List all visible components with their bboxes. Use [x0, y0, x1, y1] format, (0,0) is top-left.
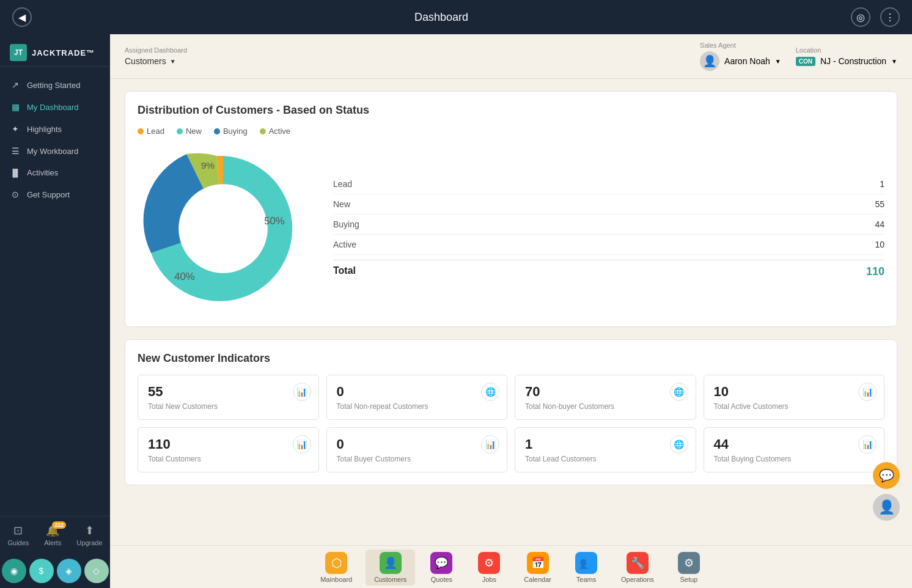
indicator-icon-nonbuyer: 🌐 — [670, 383, 688, 401]
chat-button[interactable]: 💬 — [873, 462, 900, 489]
chart-card-title: Distribution of Customers - Based on Sta… — [138, 104, 884, 117]
indicator-value-buying: 44 — [714, 436, 875, 452]
sidebar-logo: JT JACKTRADE™ — [0, 34, 110, 67]
agent-section: Sales Agent 👤 Aaron Noah ▼ — [700, 42, 781, 71]
dashboard-value: Customers — [125, 56, 166, 66]
donut-chart: 50% 40% 9% — [138, 143, 309, 314]
back-button[interactable]: ◀ — [12, 7, 32, 27]
sidebar-icon-4[interactable]: ◇ — [84, 559, 109, 583]
nav-label-teams: Teams — [576, 576, 596, 583]
agent-selector[interactable]: 👤 Aaron Noah ▼ — [700, 51, 781, 71]
compass-icon: ◎ — [856, 12, 865, 23]
nav-label-calendar: Calendar — [524, 576, 551, 583]
nav-calendar[interactable]: 📅 Calendar — [515, 549, 560, 586]
chart-data-table: Lead 1 New 55 Buying 44 Active — [333, 174, 884, 283]
top-bar-left: ◀ — [12, 7, 32, 27]
nav-operations[interactable]: 🔧 Operations — [612, 549, 663, 586]
nav-icon-mainboard: ⬡ — [325, 552, 347, 574]
alerts-badge: 222 — [52, 521, 66, 529]
indicator-value-buyer: 0 — [337, 436, 498, 452]
sidebar: JT JACKTRADE™ ↗ Getting Started ▦ My Das… — [0, 34, 110, 588]
sidebar-icon-2[interactable]: $ — [29, 559, 54, 583]
legend-label-lead: Lead — [147, 127, 164, 136]
agent-avatar-placeholder: 👤 — [703, 54, 716, 68]
sidebar-icon-1[interactable]: ◉ — [2, 559, 26, 583]
nav-icon-operations: 🔧 — [627, 552, 649, 574]
indicator-active-customers: 10 Total Active Customers 📊 — [704, 375, 885, 420]
legend-dot-lead — [138, 128, 144, 134]
mainboard-icon: ⬡ — [331, 556, 342, 570]
indicator-label-buyer: Total Buyer Customers — [337, 455, 498, 463]
nav-icon-setup: ⚙ — [678, 552, 700, 574]
dashboard-selector[interactable]: Customers ▼ — [125, 56, 187, 66]
sidebar-icon-1-glyph: ◉ — [10, 566, 18, 576]
alerts-label: Alerts — [44, 539, 61, 546]
distribution-chart-card: Distribution of Customers - Based on Sta… — [125, 91, 897, 327]
legend-buying: Buying — [214, 127, 248, 136]
nav-setup[interactable]: ⚙ Setup — [667, 549, 710, 586]
nav-icon-jobs: ⚙ — [478, 552, 500, 574]
scrollable-content: Distribution of Customers - Based on Sta… — [110, 79, 912, 545]
indicators-title: New Customer Indicators — [138, 352, 884, 365]
chat-icon: 💬 — [879, 468, 894, 483]
menu-button[interactable]: ⋮ — [880, 7, 900, 27]
nav-jobs[interactable]: ⚙ Jobs — [468, 549, 510, 586]
content-area: Assigned Dashboard Customers ▼ Sales Age… — [110, 34, 912, 588]
data-row-active: Active 10 — [333, 235, 884, 255]
location-section: Location CON NJ - Construction ▼ — [796, 46, 897, 66]
sub-header-right: Sales Agent 👤 Aaron Noah ▼ Location CON … — [700, 42, 897, 71]
user-avatar-button[interactable]: 👤 — [873, 494, 900, 521]
sidebar-icon-3[interactable]: ◈ — [57, 559, 81, 583]
nav-label-setup: Setup — [680, 576, 697, 583]
sidebar-guides[interactable]: ⊡ Guides — [7, 524, 29, 546]
indicator-value-new: 55 — [148, 384, 309, 400]
indicator-label-lead: Total Lead Customers — [525, 455, 686, 463]
indicator-icon-total: 📊 — [293, 435, 311, 454]
sidebar-item-getting-started[interactable]: ↗ Getting Started — [0, 74, 110, 96]
label-lead: Lead — [333, 179, 352, 189]
setup-icon: ⚙ — [684, 556, 694, 570]
calendar-icon: 📅 — [531, 556, 545, 570]
sidebar-upgrade[interactable]: ⬆ Upgrade — [76, 524, 102, 546]
guides-label: Guides — [7, 539, 29, 546]
sidebar-nav: ↗ Getting Started ▦ My Dashboard ✦ Highl… — [0, 72, 110, 516]
nav-teams[interactable]: 👥 Teams — [565, 549, 608, 586]
menu-icon: ⋮ — [885, 12, 895, 23]
activities-icon: ▐▌ — [10, 169, 21, 177]
legend-new: New — [177, 127, 202, 136]
nav-customers[interactable]: 👤 Customers — [366, 549, 415, 586]
sidebar-item-activities[interactable]: ▐▌ Activities — [0, 162, 110, 183]
top-bar-right: ◎ ⋮ — [851, 7, 900, 27]
teams-icon: 👥 — [579, 556, 593, 570]
agent-avatar: 👤 — [700, 51, 719, 71]
indicator-icon-lead: 🌐 — [670, 435, 688, 454]
location-label: Location — [796, 46, 897, 54]
location-dropdown-icon: ▼ — [891, 58, 897, 65]
sidebar-bottom: ⊡ Guides 🔔 222 Alerts ⬆ Upgrade — [0, 516, 110, 554]
legend-label-buying: Buying — [223, 127, 248, 136]
data-row-total: Total 110 — [333, 260, 884, 283]
guides-icon: ⊡ — [13, 524, 23, 537]
value-active: 10 — [875, 240, 884, 249]
nav-mainboard[interactable]: ⬡ Mainboard — [312, 549, 361, 586]
sidebar-alerts[interactable]: 🔔 222 Alerts — [44, 524, 61, 546]
sidebar-item-my-workboard[interactable]: ☰ My Workboard — [0, 140, 110, 162]
sidebar-label-get-support: Get Support — [27, 190, 70, 199]
legend-label-new: New — [186, 127, 202, 136]
indicator-icon-buyer: 📊 — [481, 435, 499, 454]
compass-button[interactable]: ◎ — [851, 7, 870, 27]
indicator-nonrepeat-customers: 0 Total Non-repeat Customers 🌐 — [326, 375, 508, 420]
logo-abbr: JT — [14, 48, 23, 57]
nav-quotes[interactable]: 💬 Quotes — [420, 549, 463, 586]
logo-box: JT — [10, 44, 27, 61]
location-selector[interactable]: CON NJ - Construction ▼ — [796, 56, 897, 66]
label-active: Active — [333, 240, 356, 249]
sidebar-item-highlights[interactable]: ✦ Highlights — [0, 118, 110, 140]
indicator-total-customers: 110 Total Customers 📊 — [138, 427, 319, 472]
indicators-card: New Customer Indicators 55 Total New Cus… — [125, 339, 897, 485]
indicators-grid: 55 Total New Customers 📊 0 Total Non-rep… — [138, 375, 884, 472]
sidebar-item-my-dashboard[interactable]: ▦ My Dashboard — [0, 96, 110, 118]
sidebar-item-get-support[interactable]: ⊙ Get Support — [0, 183, 110, 205]
chart-label-9: 9% — [201, 160, 215, 171]
indicator-value-total: 110 — [148, 436, 309, 452]
